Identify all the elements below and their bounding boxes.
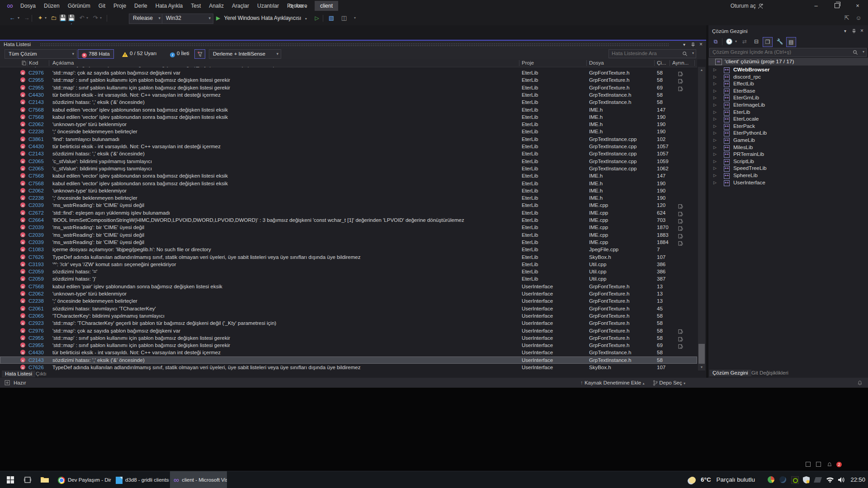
close-icon[interactable]: ×	[858, 27, 866, 35]
taskbar-app-client-microsoft-vis[interactable]: ∞client - Microsoft Vis...	[170, 471, 227, 488]
column-header-line[interactable]: Çi...	[657, 59, 666, 66]
solution-platforms-icon[interactable]: ▧	[327, 14, 335, 22]
error-row[interactable]: ×C7568kabul edilen 'vector' işlev şablon…	[0, 172, 697, 179]
error-row[interactable]: ×C2061sözdizimi hatası: tanımlayıcı 'TCh…	[0, 305, 697, 312]
error-row[interactable]: ×C2039'ms_wstrReading': bir 'CIME' üyesi…	[0, 202, 697, 209]
error-code-link[interactable]: C2062	[28, 291, 49, 297]
detail-link-icon[interactable]	[678, 86, 684, 91]
error-code-link[interactable]: C2955	[28, 342, 49, 348]
error-code-link[interactable]: C2923	[28, 320, 49, 326]
project-node-cwebbrowser[interactable]: ▷++CWebBrowser	[708, 66, 868, 74]
start-button[interactable]	[2, 471, 19, 488]
solution-explorer-search-box[interactable]: ▾	[709, 48, 867, 57]
error-code-link[interactable]: C7568	[28, 107, 49, 113]
project-node-etergrnlib[interactable]: ▷++EterGrnLib	[708, 94, 868, 102]
save-all-button[interactable]: 💾ˊ	[67, 14, 75, 22]
menu-item-uzantilar[interactable]: Uzantılar	[253, 0, 283, 12]
notifications-bell-icon[interactable]	[857, 380, 863, 385]
windows-security-tray-icon[interactable]	[803, 476, 810, 483]
steam-tray-icon[interactable]	[779, 476, 787, 483]
expander-icon[interactable]: ▷	[713, 102, 717, 108]
solution-name-badge[interactable]: client	[315, 1, 338, 11]
error-detail-cell[interactable]	[678, 70, 684, 76]
navigate-forward-button[interactable]: →	[23, 14, 31, 22]
start-debugging-button[interactable]: ▶ Yerel Windows Hata Ayıklayıcısı ▾	[216, 14, 307, 23]
error-code-link[interactable]: C2039	[28, 202, 49, 208]
error-row[interactable]: ×C2955'std::map' : sınıf şablon kullanım…	[0, 342, 697, 349]
error-code-link[interactable]: C2062	[28, 188, 49, 194]
menu-item-dosya[interactable]: Dosya	[16, 0, 40, 12]
error-row[interactable]: ×C2065'c_stValue': bildirimi yapılmamış …	[0, 158, 697, 165]
error-code-link[interactable]: C2955	[28, 84, 49, 91]
project-node-mileslib[interactable]: ▷++MilesLib	[708, 144, 868, 151]
add-to-source-control-button[interactable]: ↑ Kaynak Denetimine Ekle ▴	[580, 378, 644, 388]
expander-icon[interactable]: ▷	[713, 88, 717, 94]
expander-icon[interactable]: ▷	[713, 130, 717, 136]
detail-link-icon[interactable]	[678, 78, 684, 84]
expander-icon[interactable]: ▷	[713, 137, 717, 143]
expander-icon[interactable]: ▷	[713, 109, 717, 115]
detail-link-icon[interactable]	[678, 218, 684, 224]
error-code-link[interactable]: C2065	[28, 158, 49, 164]
taskbar-clock[interactable]: 22:50	[850, 471, 865, 488]
error-detail-cell[interactable]	[678, 77, 684, 84]
error-detail-cell[interactable]	[678, 335, 684, 342]
detail-link-icon[interactable]	[678, 233, 684, 239]
expander-icon[interactable]: ▷	[713, 116, 717, 122]
panel-tab-cozum-gezgini[interactable]: Çözüm Gezgini	[709, 370, 751, 376]
navigate-back-dropdown[interactable]: ▾	[16, 14, 21, 22]
error-code-link[interactable]: C1083	[28, 246, 49, 253]
project-node-eterbase[interactable]: ▷++EterBase	[708, 88, 868, 95]
errors-filter-button[interactable]: ×788 Hata	[78, 49, 114, 59]
error-row[interactable]: ×C2923'std::map': 'TCharacterKey' geçerl…	[0, 319, 697, 327]
error-code-link[interactable]: C2062	[28, 121, 49, 127]
pin-icon[interactable]	[850, 27, 858, 35]
error-code-link[interactable]: C2143	[28, 99, 49, 105]
error-code-link[interactable]: C2059	[28, 276, 49, 282]
volume-tray-icon[interactable]	[838, 476, 845, 483]
error-code-link[interactable]: C2238	[28, 195, 49, 201]
error-code-link[interactable]: C2065	[28, 165, 49, 172]
error-detail-cell[interactable]	[678, 85, 684, 91]
navigate-back-button[interactable]: ←	[8, 14, 16, 22]
open-folder-icon[interactable]: 🗀	[50, 14, 58, 22]
error-row[interactable]: ×C2062'unknown-type' türü beklenmiyorEte…	[0, 187, 697, 194]
panel-tab-cikti[interactable]: Çıktı	[33, 371, 50, 377]
taskbar-app-d3d8-gridli-clientsrc[interactable]: d3d8 - gridli clientsrc ...	[112, 471, 169, 488]
error-row[interactable]: ×C2039'ms_wstrReading': bir 'CIME' üyesi…	[0, 224, 697, 231]
error-code-link[interactable]: C2039	[28, 239, 49, 245]
column-header-code[interactable]: Kod	[29, 59, 38, 66]
menu-item-araclar[interactable]: Araçlar	[228, 0, 253, 12]
error-row[interactable]: ×C7568kabul edilen 'vector' işlev şablon…	[0, 113, 697, 121]
error-detail-cell[interactable]	[678, 239, 684, 246]
project-node-spherelib[interactable]: ▷++SphereLib	[708, 172, 868, 179]
error-row[interactable]: ×C2143sözdizimi hatası: ',' eksik ('&' ö…	[0, 99, 697, 106]
error-row[interactable]: ×C2976'std::map': çok az sayıda şablon b…	[0, 327, 697, 334]
error-row[interactable]: ×C4430tür belirticisi eksik - int varsay…	[0, 143, 697, 150]
error-detail-cell[interactable]	[678, 328, 684, 334]
restore-button[interactable]	[826, 0, 847, 12]
warnings-filter-button[interactable]: !0 / 52 Uyarı	[118, 49, 160, 58]
error-code-link[interactable]: C7568	[28, 283, 49, 290]
error-row[interactable]: ×C2039'ms_wstrReading': bir 'CIME' üyesi…	[0, 239, 697, 246]
error-row[interactable]: ×C2143sözdizimi hatası: ',' eksik ('&' ö…	[0, 357, 697, 364]
detail-link-icon[interactable]	[678, 71, 684, 76]
detail-link-icon[interactable]	[678, 343, 684, 349]
error-row[interactable]: ×C7568kabul edilen 'vector' işlev şablon…	[0, 106, 697, 113]
sign-in-button[interactable]: Oturum aç	[731, 0, 764, 12]
error-detail-cell[interactable]	[678, 210, 684, 216]
expander-icon[interactable]: ▷	[713, 123, 717, 129]
scrollbar-thumb[interactable]	[698, 344, 705, 364]
project-node-eterlib[interactable]: ▷++EterLib	[708, 109, 868, 116]
error-row[interactable]: ×C2059sözdizimi hatası: '='EterLibUtil.c…	[0, 268, 697, 275]
project-node-eterpythonlib[interactable]: ▷++EterPythonLib	[708, 130, 868, 137]
scroll-down-icon[interactable]: ▼	[698, 364, 705, 371]
toolbar-overflow-button[interactable]: ▾	[353, 14, 357, 22]
source-filter-dropdown[interactable]: Derleme + IntelliSense ▾	[209, 49, 281, 59]
menu-item-test[interactable]: Test	[187, 0, 205, 12]
pin-icon[interactable]	[689, 41, 697, 48]
wifi-tray-icon[interactable]	[826, 476, 834, 483]
panel-tab-hata-listesi[interactable]: Hata Listesi	[2, 371, 35, 377]
error-list-title-bar[interactable]: Hata Listesi ▾ ×	[0, 41, 706, 48]
close-button[interactable]: ×	[847, 0, 868, 12]
